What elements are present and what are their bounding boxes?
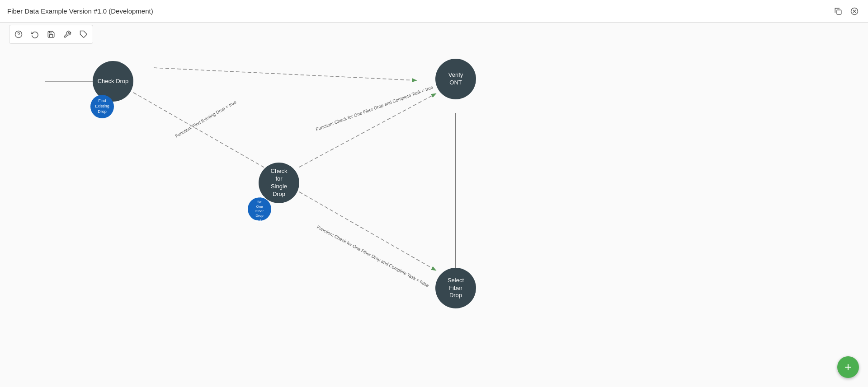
save-button[interactable] [44, 27, 58, 42]
refresh-button[interactable] [28, 27, 42, 42]
edge-check-drop-to-check-single [133, 93, 279, 176]
close-window-button[interactable] [848, 5, 861, 18]
node-check-one-fiber[interactable]: CheckforOneFiberDropand... [248, 197, 271, 221]
node-check-single-drop[interactable]: CheckforSingleDrop [259, 163, 299, 203]
edge-label-check-one-fiber-false: Function: Check for One Fiber Drop and C… [316, 224, 430, 288]
top-bar-icons [832, 5, 861, 18]
edge-check-drop-to-verify [154, 68, 416, 80]
help-button[interactable] [11, 27, 26, 42]
canvas: Function: Find Existing Drop = true Func… [0, 23, 868, 387]
edge-label-check-one-fiber-true: Function: Check for One Fiber Drop and C… [315, 84, 434, 132]
tools-button[interactable] [60, 27, 75, 42]
add-button[interactable]: + [837, 356, 859, 378]
edge-check-single-to-verify [299, 94, 435, 167]
copy-window-button[interactable] [832, 5, 844, 18]
edge-check-single-to-select [299, 192, 435, 270]
node-verify-ont[interactable]: VerifyONT [435, 59, 476, 99]
svg-rect-0 [837, 10, 841, 14]
app-title: Fiber Data Example Version #1.0 (Develop… [7, 7, 153, 15]
top-bar: Fiber Data Example Version #1.0 (Develop… [0, 0, 868, 23]
node-find-existing-drop[interactable]: FindExistingDrop [90, 95, 114, 118]
edge-label-find-existing: Function: Find Existing Drop = true [175, 99, 237, 139]
toolbar [9, 25, 93, 44]
tag-button[interactable] [76, 27, 91, 42]
node-select-fiber-drop[interactable]: SelectFiberDrop [435, 268, 476, 308]
